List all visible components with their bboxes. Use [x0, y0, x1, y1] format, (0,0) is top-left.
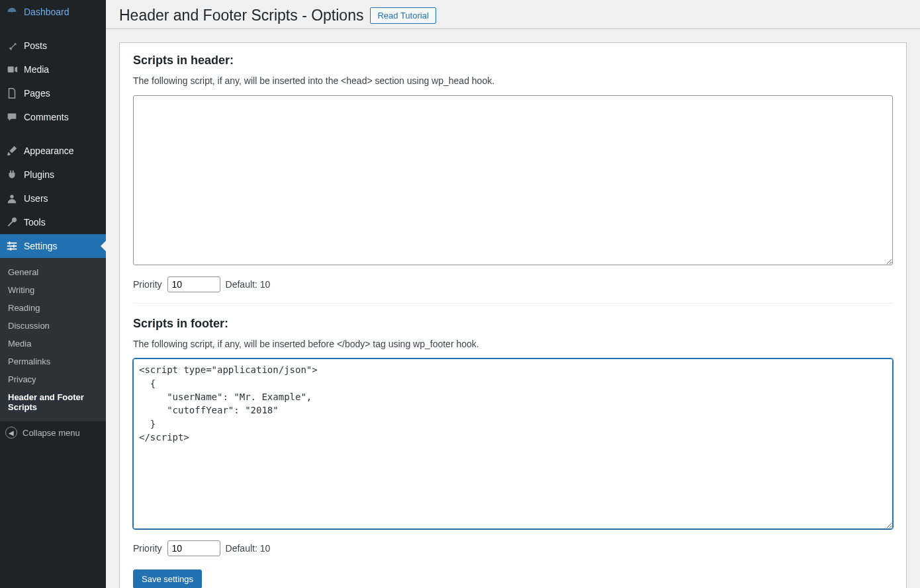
svg-point-2 [10, 195, 13, 198]
sidebar-item-tools[interactable]: Tools [0, 210, 106, 234]
priority-row: Priority Default: 10 [133, 276, 893, 292]
svg-rect-3 [7, 243, 17, 244]
submenu-item-privacy[interactable]: Privacy [0, 370, 106, 388]
header-scripts-textarea[interactable] [133, 95, 893, 266]
sliders-icon [5, 239, 19, 253]
priority-label: Priority [133, 543, 162, 554]
comment-icon [5, 110, 19, 124]
svg-rect-8 [10, 247, 11, 251]
page-icon [5, 87, 19, 100]
pin-icon [5, 39, 19, 52]
footer-scripts-textarea[interactable] [133, 358, 893, 529]
submenu-item-reading[interactable]: Reading [0, 299, 106, 317]
sidebar-item-label: Posts [24, 40, 101, 51]
priority-default: Default: 10 [226, 279, 271, 290]
sidebar-item-posts[interactable]: Posts [0, 34, 106, 58]
footer-priority-input[interactable] [167, 540, 220, 556]
header-scripts-section: Scripts in header: The following script,… [133, 43, 893, 293]
sidebar-item-dashboard[interactable]: Dashboard [0, 0, 106, 24]
dashboard-icon [5, 5, 19, 19]
svg-rect-4 [7, 245, 17, 247]
svg-rect-5 [7, 249, 17, 250]
section-description: The following script, if any, will be in… [133, 339, 893, 349]
settings-submenu: General Writing Reading Discussion Media… [0, 258, 106, 421]
main-content: Header and Footer Scripts - Options Read… [106, 0, 920, 588]
svg-rect-7 [13, 245, 15, 248]
submenu-item-permalinks[interactable]: Permalinks [0, 353, 106, 370]
page-header: Header and Footer Scripts - Options Read… [106, 0, 920, 29]
collapse-menu[interactable]: ◀ Collapse menu [0, 421, 106, 444]
user-icon [5, 192, 19, 205]
submenu-item-general[interactable]: General [0, 263, 106, 281]
section-title: Scripts in header: [133, 54, 893, 67]
options-panel: Scripts in header: The following script,… [119, 42, 907, 588]
wrench-icon [5, 216, 19, 229]
section-title: Scripts in footer: [133, 317, 893, 331]
sidebar-item-settings[interactable]: Settings [0, 234, 106, 258]
media-icon [5, 63, 19, 76]
admin-sidebar: Dashboard Posts Media Pages Commen [0, 0, 106, 588]
sidebar-item-label: Comments [24, 112, 101, 122]
page-title: Header and Footer Scripts - Options [119, 6, 363, 26]
sidebar-item-label: Tools [24, 217, 101, 228]
sidebar-item-media[interactable]: Media [0, 58, 106, 81]
brush-icon [5, 144, 19, 157]
sidebar-item-label: Plugins [24, 169, 101, 180]
sidebar-item-appearance[interactable]: Appearance [0, 139, 106, 163]
priority-label: Priority [133, 279, 162, 290]
collapse-label: Collapse menu [23, 428, 80, 438]
sidebar-item-comments[interactable]: Comments [0, 105, 106, 129]
svg-rect-0 [11, 9, 13, 13]
footer-scripts-section: Scripts in footer: The following script,… [133, 303, 893, 556]
svg-rect-1 [8, 67, 14, 73]
sidebar-item-label: Media [24, 64, 101, 75]
header-priority-input[interactable] [167, 276, 220, 292]
collapse-icon: ◀ [5, 427, 17, 439]
submenu-item-media[interactable]: Media [0, 335, 106, 353]
sidebar-item-users[interactable]: Users [0, 187, 106, 210]
section-description: The following script, if any, will be in… [133, 75, 893, 86]
sidebar-item-label: Users [24, 193, 101, 204]
priority-row: Priority Default: 10 [133, 540, 893, 556]
priority-default: Default: 10 [226, 543, 271, 554]
sidebar-item-pages[interactable]: Pages [0, 81, 106, 105]
sidebar-item-label: Pages [24, 88, 101, 99]
read-tutorial-button[interactable]: Read Tutorial [370, 7, 436, 24]
sidebar-item-plugins[interactable]: Plugins [0, 163, 106, 187]
submenu-item-header-footer-scripts[interactable]: Header and Footer Scripts [0, 388, 106, 416]
submenu-item-discussion[interactable]: Discussion [0, 317, 106, 335]
sidebar-item-label: Settings [24, 241, 101, 251]
svg-rect-6 [9, 241, 11, 245]
sidebar-item-label: Appearance [24, 146, 101, 156]
submenu-item-writing[interactable]: Writing [0, 281, 106, 299]
plug-icon [5, 168, 19, 181]
sidebar-item-label: Dashboard [24, 7, 101, 17]
save-settings-button[interactable]: Save settings [133, 569, 202, 588]
